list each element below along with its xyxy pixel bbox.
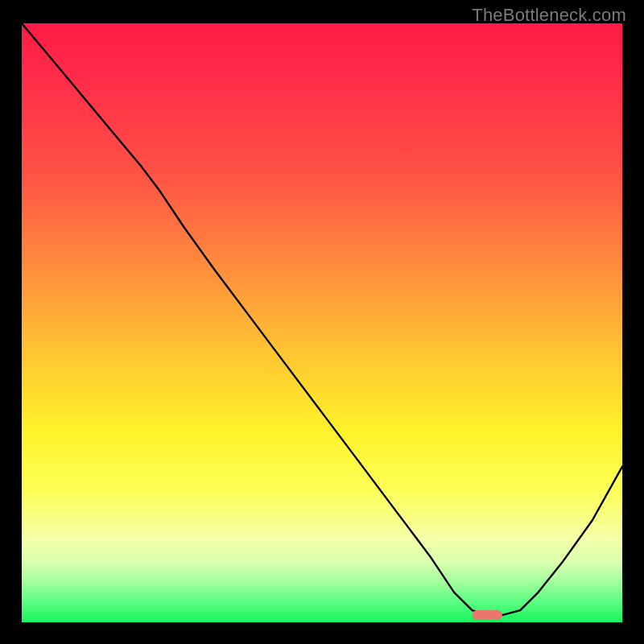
- chart-frame: TheBottleneck.com: [0, 0, 644, 644]
- chart-overlay: [22, 23, 622, 622]
- optimal-marker: [473, 610, 502, 620]
- bottleneck-curve: [22, 23, 622, 617]
- watermark-text: TheBottleneck.com: [472, 5, 626, 26]
